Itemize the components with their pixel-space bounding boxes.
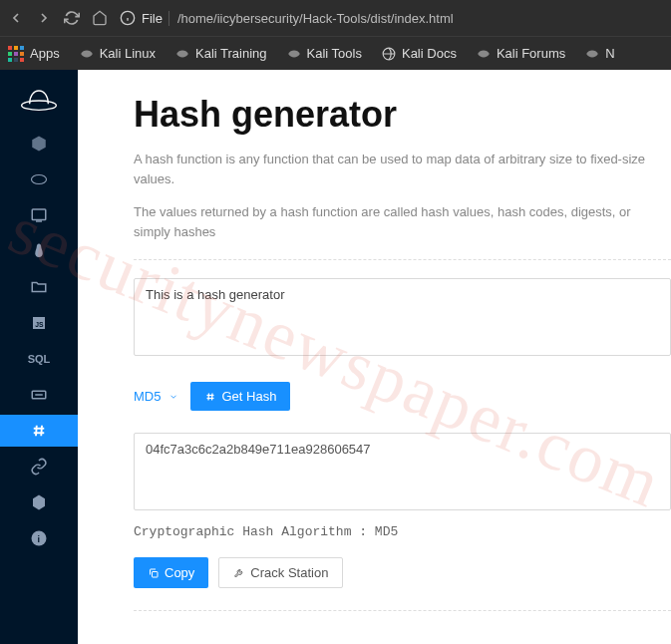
url-path: /home/iicybersecurity/Hack-Tools/dist/in… xyxy=(168,11,454,26)
svg-rect-5 xyxy=(20,46,24,50)
svg-rect-6 xyxy=(8,52,12,56)
back-button[interactable] xyxy=(8,10,24,26)
bookmark-kali-training[interactable]: Kali Training xyxy=(175,46,267,61)
description-1: A hash function is any function that can… xyxy=(134,150,671,188)
home-button[interactable] xyxy=(92,10,108,26)
divider xyxy=(134,259,671,260)
svg-line-24 xyxy=(41,426,42,437)
sidebar-item-hash[interactable] xyxy=(0,415,78,447)
svg-line-29 xyxy=(208,393,209,400)
sidebar-item-terminal[interactable] xyxy=(0,199,78,231)
crack-label: Crack Station xyxy=(250,565,328,580)
svg-line-23 xyxy=(36,426,37,437)
copy-icon xyxy=(148,567,160,579)
bookmark-kali-linux[interactable]: Kali Linux xyxy=(80,46,156,61)
copy-label: Copy xyxy=(165,565,194,580)
sidebar-item-folder[interactable] xyxy=(0,271,78,303)
apps-button[interactable]: Apps xyxy=(8,46,60,62)
nav-buttons xyxy=(8,10,108,26)
algorithm-select[interactable]: MD5 xyxy=(134,389,178,404)
main-container: JS SQL i Hash generator A hash function … xyxy=(0,70,671,644)
reload-button[interactable] xyxy=(64,10,80,26)
get-hash-label: Get Hash xyxy=(221,389,276,404)
sidebar-item-linux[interactable] xyxy=(0,235,78,267)
actions-row: Copy Crack Station xyxy=(134,557,671,588)
description-2: The values returned by a hash function a… xyxy=(134,202,671,241)
sidebar-item-hex[interactable] xyxy=(0,486,78,518)
svg-line-30 xyxy=(212,393,213,400)
sidebar: JS SQL i xyxy=(0,70,78,644)
svg-point-14 xyxy=(32,175,47,184)
svg-rect-10 xyxy=(14,58,18,62)
svg-rect-31 xyxy=(153,571,159,577)
bookmark-kali-tools[interactable]: Kali Tools xyxy=(287,46,362,61)
svg-rect-15 xyxy=(32,209,46,220)
sidebar-item-js[interactable]: JS xyxy=(0,307,78,339)
page-title: Hash generator xyxy=(134,94,671,136)
chevron-down-icon xyxy=(168,392,178,402)
bookmark-kali-docs[interactable]: Kali Docs xyxy=(382,46,457,61)
crack-station-button[interactable]: Crack Station xyxy=(218,557,343,588)
sidebar-item-sql[interactable]: SQL xyxy=(0,343,78,375)
apps-label: Apps xyxy=(30,46,60,61)
divider-bottom xyxy=(134,610,671,611)
controls-row: MD5 Get Hash xyxy=(134,382,671,411)
copy-button[interactable]: Copy xyxy=(134,557,208,588)
svg-rect-4 xyxy=(14,46,18,50)
get-hash-button[interactable]: Get Hash xyxy=(190,382,290,411)
hash-input[interactable] xyxy=(134,278,671,356)
svg-rect-8 xyxy=(20,52,24,56)
sidebar-item-link[interactable] xyxy=(0,451,78,483)
svg-point-13 xyxy=(22,101,57,110)
hash-output[interactable]: 04fc7a3c6c2a2b849e711ea928606547 xyxy=(134,433,671,510)
content-area: Hash generator A hash function is any fu… xyxy=(78,70,671,644)
svg-rect-7 xyxy=(14,52,18,56)
select-label: MD5 xyxy=(134,389,161,404)
sidebar-item-cube[interactable] xyxy=(0,128,78,160)
forward-button[interactable] xyxy=(36,10,52,26)
svg-rect-9 xyxy=(8,58,12,62)
sidebar-item-php[interactable] xyxy=(0,163,78,195)
wrench-icon xyxy=(233,567,245,579)
svg-text:i: i xyxy=(38,534,41,544)
url-bar[interactable]: File /home/iicybersecurity/Hack-Tools/di… xyxy=(120,10,663,26)
svg-rect-3 xyxy=(8,46,12,50)
svg-text:JS: JS xyxy=(35,321,44,328)
algorithm-line: Cryptographic Hash Algorithm : MD5 xyxy=(134,524,671,539)
sidebar-item-info[interactable]: i xyxy=(0,522,78,554)
info-icon xyxy=(120,10,136,26)
browser-nav-bar: File /home/iicybersecurity/Hack-Tools/di… xyxy=(0,0,671,36)
hat-logo-icon xyxy=(19,84,59,114)
svg-rect-11 xyxy=(20,58,24,62)
url-scheme: File xyxy=(142,11,163,26)
bookmark-more[interactable]: N xyxy=(585,46,614,61)
hash-icon xyxy=(204,391,216,403)
bookmarks-bar: Apps Kali Linux Kali Training Kali Tools… xyxy=(0,36,671,70)
bookmark-kali-forums[interactable]: Kali Forums xyxy=(477,46,565,61)
sidebar-item-keyboard[interactable] xyxy=(0,379,78,411)
